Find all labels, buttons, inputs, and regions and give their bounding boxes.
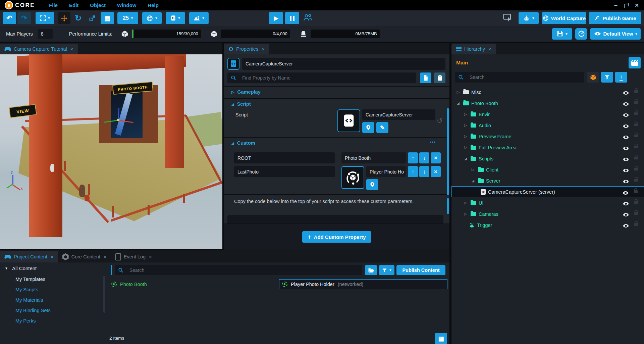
bot-assistant-dropdown[interactable]: ▾ bbox=[519, 12, 539, 24]
reset-property-icon[interactable]: ↺ bbox=[437, 117, 443, 125]
custom-key-field[interactable]: LastPhoto bbox=[234, 166, 335, 177]
custom-key-field[interactable]: ROOT bbox=[234, 152, 335, 163]
networked-filter-button[interactable] bbox=[587, 72, 599, 83]
collapse-all-button[interactable]: ↑ bbox=[615, 72, 627, 83]
save-dropdown[interactable]: ▾ bbox=[552, 28, 572, 40]
section-custom[interactable]: ◢ Custom bbox=[231, 140, 255, 146]
sidebar-scrollbar[interactable] bbox=[103, 276, 105, 313]
content-filter-dropdown[interactable]: ▾ bbox=[379, 265, 394, 275]
visibility-eye-icon[interactable] bbox=[623, 147, 629, 150]
sidebar-item-all-content[interactable]: ▼ All Content bbox=[0, 262, 107, 274]
redo-button[interactable]: ↷ bbox=[17, 12, 31, 24]
lock-icon[interactable] bbox=[634, 212, 638, 215]
visibility-eye-icon[interactable] bbox=[623, 102, 629, 106]
content-item-player-photo-holder[interactable]: Player Photo Holder (networked) bbox=[279, 279, 447, 289]
filter-button[interactable] bbox=[601, 72, 613, 83]
open-folder-button[interactable] bbox=[365, 265, 377, 275]
visibility-eye-icon[interactable] bbox=[623, 125, 629, 128]
default-view-dropdown[interactable]: Default View▾ bbox=[590, 28, 641, 40]
sidebar-item-my-perks[interactable]: My Perks bbox=[0, 315, 107, 326]
hierarchy-item-audio[interactable]: ▷ Audio bbox=[451, 120, 644, 131]
hierarchy-item-scripts[interactable]: ◢ Scripts bbox=[451, 153, 644, 164]
hierarchy-item-ui[interactable]: ▷ UI bbox=[451, 197, 644, 208]
move-property-down-button[interactable]: ↓ bbox=[419, 166, 429, 177]
expand-arrow-icon[interactable]: ▷ bbox=[463, 212, 468, 216]
close-icon[interactable]: × bbox=[51, 254, 54, 260]
hierarchy-item-client[interactable]: ▷ Client bbox=[451, 164, 644, 175]
menu-help[interactable]: Help bbox=[148, 2, 159, 8]
custom-section-menu-icon[interactable]: ••• bbox=[430, 140, 436, 145]
hierarchy-item-misc[interactable]: ▷ Misc bbox=[451, 87, 644, 98]
collapse-arrow-icon[interactable]: ◢ bbox=[470, 179, 476, 183]
lock-icon[interactable] bbox=[634, 112, 638, 115]
find-script-button[interactable] bbox=[362, 122, 374, 133]
sidebar-item-my-templates[interactable]: My Templates bbox=[0, 274, 107, 284]
play-button[interactable]: ▶ bbox=[269, 12, 283, 24]
visibility-eye-icon[interactable] bbox=[623, 113, 629, 117]
publish-game-button[interactable]: Publish Game bbox=[589, 12, 641, 24]
grid-view-button[interactable]: ▦ bbox=[435, 333, 447, 344]
hierarchy-item-full-preview-area[interactable]: ▷ Full Preview Area bbox=[451, 142, 644, 153]
tab-properties[interactable]: ⚙ Properties × bbox=[224, 44, 269, 54]
hierarchy-item-preview-frame[interactable]: ▷ Preview Frame bbox=[451, 131, 644, 142]
section-gameplay[interactable]: ▷ Gameplay bbox=[231, 89, 261, 95]
content-search-field[interactable] bbox=[115, 265, 362, 275]
collapse-arrow-icon[interactable]: ◢ bbox=[455, 101, 461, 105]
delete-property-button[interactable]: × bbox=[431, 166, 441, 177]
world-capture-button[interactable]: World Capture bbox=[542, 12, 586, 24]
visibility-eye-icon[interactable] bbox=[623, 169, 629, 172]
grid-snap-button[interactable]: ▦ bbox=[101, 12, 114, 24]
visibility-eye-icon[interactable] bbox=[623, 224, 629, 228]
terrain-dropdown[interactable]: ▾ bbox=[189, 12, 209, 24]
close-icon[interactable]: × bbox=[262, 46, 265, 52]
minimize-button[interactable]: – bbox=[614, 2, 618, 9]
visibility-eye-icon[interactable] bbox=[623, 180, 629, 183]
lock-icon[interactable] bbox=[634, 179, 638, 182]
sidebar-item-my-materials[interactable]: My Materials bbox=[0, 295, 107, 305]
screen-capture-button[interactable] bbox=[503, 13, 512, 22]
tab-core-content[interactable]: Core Content × bbox=[58, 251, 111, 262]
move-property-down-button[interactable]: ↓ bbox=[419, 152, 429, 163]
properties-scrollbar-segment[interactable] bbox=[447, 198, 449, 214]
undo-button[interactable]: ↶ bbox=[3, 12, 16, 24]
viewport-3d-scene[interactable]: PHOTO BOOTH VIEW Z x bbox=[0, 54, 222, 249]
expand-arrow-icon[interactable]: ▷ bbox=[463, 123, 468, 128]
lock-icon[interactable] bbox=[634, 157, 638, 159]
restore-button[interactable] bbox=[624, 4, 628, 8]
selection-mode-button[interactable]: ▾ bbox=[36, 12, 54, 24]
rotate-tool-button[interactable]: ↻ bbox=[72, 12, 85, 24]
expand-arrow-icon[interactable]: ▷ bbox=[463, 145, 468, 150]
scene-name-label[interactable]: Main bbox=[456, 60, 468, 66]
performance-gauge-button[interactable] bbox=[575, 28, 587, 40]
section-script[interactable]: ◢ Script bbox=[231, 101, 251, 107]
tab-project-content[interactable]: Project Content × bbox=[0, 251, 58, 262]
networked-object-icon[interactable] bbox=[341, 166, 364, 189]
multiplayer-preview-button[interactable] bbox=[303, 13, 313, 22]
expand-arrow-icon[interactable]: ▷ bbox=[463, 201, 468, 205]
lock-icon[interactable] bbox=[634, 168, 638, 170]
tab-event-log[interactable]: Event Log × bbox=[111, 251, 156, 262]
close-icon[interactable]: × bbox=[488, 46, 491, 52]
properties-scrollbar[interactable] bbox=[447, 108, 449, 195]
publish-content-button[interactable]: Publish Content bbox=[396, 265, 445, 275]
expand-arrow-icon[interactable]: ▷ bbox=[455, 90, 461, 94]
expand-arrow-icon[interactable]: ▷ bbox=[463, 134, 468, 139]
tab-hierarchy[interactable]: Hierarchy × bbox=[451, 44, 496, 54]
sidebar-item-my-scripts[interactable]: My Scripts bbox=[0, 284, 107, 295]
script-dropdown[interactable]: ▾ bbox=[166, 12, 185, 24]
scale-tool-button[interactable] bbox=[86, 12, 99, 24]
visibility-eye-icon[interactable] bbox=[623, 191, 628, 195]
menu-file[interactable]: File bbox=[49, 2, 58, 8]
menu-window[interactable]: Window bbox=[117, 2, 136, 8]
custom-value-field[interactable]: Photo Booth bbox=[341, 152, 406, 163]
close-icon[interactable]: × bbox=[70, 46, 73, 52]
content-item-photo-booth[interactable]: Photo Booth bbox=[109, 279, 278, 289]
lock-icon[interactable] bbox=[634, 90, 638, 93]
hierarchy-item-photo-booth[interactable]: ◢ Photo Booth bbox=[451, 98, 644, 109]
hierarchy-item-envir[interactable]: ▷ Envir bbox=[451, 109, 644, 120]
content-search-input[interactable] bbox=[126, 267, 359, 273]
collapse-arrow-icon[interactable]: ◢ bbox=[231, 102, 234, 106]
object-name-input[interactable] bbox=[242, 58, 445, 70]
paste-properties-button[interactable] bbox=[434, 72, 445, 83]
visibility-eye-icon[interactable] bbox=[623, 202, 629, 205]
